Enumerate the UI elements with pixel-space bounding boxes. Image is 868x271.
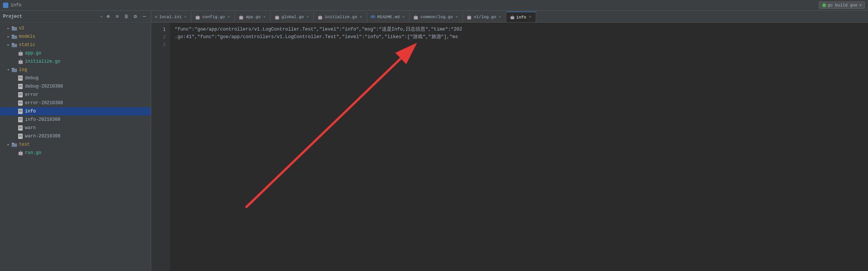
settings-icon[interactable]: ⚙ (132, 13, 139, 20)
item-label-run-go: run.go (25, 150, 41, 156)
svg-rect-0 (3, 3, 8, 8)
go-build-label: go build goe (828, 3, 857, 8)
sidebar-item-run-go[interactable]: 🤖 run.go (0, 149, 151, 157)
item-label-app-go: app.go (25, 51, 41, 56)
code-content[interactable]: "func":"goe/app/controllers/v1.LogContro… (170, 23, 868, 271)
svg-rect-2 (12, 26, 14, 28)
tab-local-ini[interactable]: ≡ local.ini × (151, 12, 191, 22)
sidebar-item-static[interactable]: static (0, 41, 151, 49)
svg-rect-37 (18, 134, 23, 139)
tab-close-config-go[interactable]: × (227, 15, 231, 20)
sidebar-item-info[interactable]: info (0, 107, 151, 115)
leaf-run-go (12, 151, 17, 155)
svg-rect-5 (12, 44, 17, 47)
go-build-button[interactable]: go build goe ▾ (819, 2, 865, 9)
dropdown-arrow: ▾ (859, 3, 862, 8)
svg-rect-6 (12, 43, 14, 44)
folder-icon-v2 (11, 25, 17, 31)
sidebar-item-log[interactable]: log (0, 66, 151, 74)
leaf-error (12, 92, 17, 97)
sidebar-tree: v2 models static 🤖 (0, 23, 151, 271)
tab-initialize-go[interactable]: 🤖 initialize.go × (314, 12, 367, 22)
tab-icon-config-go: 🤖 (195, 15, 200, 20)
sidebar-item-test[interactable]: test (0, 140, 151, 149)
tab-label-global-go: global.go (282, 15, 304, 19)
tab-close-initialize-go[interactable]: × (359, 15, 363, 20)
tab-app-go[interactable]: 🤖 app.go × (235, 12, 271, 22)
tab-common-log-go[interactable]: 🤖 common/log.go × (409, 12, 463, 22)
tab-icon-app-go: 🤖 (239, 15, 244, 20)
item-label-debug-20210308: debug-20210308 (25, 84, 63, 89)
tab-close-global-go[interactable]: × (306, 15, 310, 20)
tab-icon-local-ini: ≡ (155, 15, 157, 19)
minimize-icon[interactable]: ─ (141, 13, 148, 20)
tab-close-app-go[interactable]: × (263, 15, 267, 20)
text-icon-debug (17, 75, 23, 81)
sidebar-item-v2[interactable]: v2 (0, 24, 151, 32)
go-icon-run: 🤖 (17, 150, 23, 156)
text-icon-info (17, 108, 23, 114)
leaf-info-date (12, 117, 17, 122)
tab-label-readme-md: README.md (377, 15, 400, 19)
sidebar-item-app-go[interactable]: 🤖 app.go (0, 49, 151, 57)
leaf-debug (12, 76, 17, 80)
svg-rect-8 (12, 68, 14, 69)
folder-icon-static (11, 42, 17, 48)
folder-icon-models (11, 34, 17, 40)
line-number-2: 2 (151, 33, 170, 41)
run-icon (822, 3, 826, 7)
sidebar-item-warn-20210308[interactable]: warn-20210308 (0, 132, 151, 140)
sidebar-item-initialize-go[interactable]: 🤖 initialize.go (0, 57, 151, 66)
svg-rect-21 (18, 100, 23, 106)
item-label-v2: v2 (19, 26, 24, 31)
svg-rect-1 (12, 27, 17, 31)
title-bar-left: info (3, 3, 22, 8)
sidebar-item-debug-20210308[interactable]: debug-20210308 (0, 82, 151, 91)
item-label-initialize-go: initialize.go (25, 59, 60, 64)
tab-info[interactable]: 🤖 info × (506, 12, 536, 22)
sidebar-title: Project (3, 14, 98, 19)
sidebar-item-debug[interactable]: debug (0, 74, 151, 82)
tab-close-readme-md[interactable]: × (401, 15, 405, 20)
tab-close-common-log-go[interactable]: × (455, 15, 459, 20)
editor-wrapper: 1 2 3 "func":"goe/app/controllers/v1.Log… (151, 23, 868, 271)
sidebar-item-error[interactable]: error (0, 91, 151, 99)
tab-close-v1-log-go[interactable]: × (498, 15, 502, 20)
title-text: info (11, 3, 22, 8)
collapse-dirs-icon[interactable]: ≣ (123, 13, 130, 20)
leaf-info (12, 109, 17, 114)
sidebar-item-warn[interactable]: warn (0, 124, 151, 132)
tab-label-common-log-go: common/log.go (420, 15, 453, 19)
svg-rect-25 (18, 109, 23, 114)
tab-global-go[interactable]: 🤖 global.go × (271, 12, 314, 22)
folder-icon-log (11, 67, 17, 73)
tab-v1-log-go[interactable]: 🤖 v1/log.go × (463, 12, 506, 22)
tab-icon-v1-log-go: 🤖 (467, 15, 472, 20)
line-numbers: 1 2 3 (151, 23, 170, 271)
sidebar-item-error-20210308[interactable]: error-20210308 (0, 99, 151, 107)
tab-readme-md[interactable]: MD README.md × (367, 12, 409, 22)
code-line-1: "func":"goe/app/controllers/v1.LogContro… (175, 26, 863, 33)
leaf-initialize-go (12, 59, 17, 64)
sidebar-item-models[interactable]: models (0, 32, 151, 41)
item-label-warn: warn (25, 125, 36, 131)
arrow-models (6, 34, 11, 39)
tab-config-go[interactable]: 🤖 config.go × (191, 12, 234, 22)
arrow-static (6, 43, 11, 47)
go-icon-app: 🤖 (17, 50, 23, 56)
go-icon-initialize: 🤖 (17, 59, 23, 65)
item-label-static: static (19, 42, 35, 48)
expand-all-icon[interactable]: ⊕ (105, 13, 112, 20)
item-label-info-20210308: info-20210308 (25, 117, 60, 122)
item-label-warn-20210308: warn-20210308 (25, 134, 60, 139)
arrow-log (6, 68, 11, 72)
svg-rect-17 (18, 92, 23, 97)
tab-icon-readme-md: MD (371, 15, 375, 19)
tab-label-v1-log-go: v1/log.go (474, 15, 496, 19)
tab-icon-info: 🤖 (510, 15, 515, 20)
collapse-all-icon[interactable]: ≡ (114, 13, 121, 20)
text-icon-warn-date (17, 133, 23, 139)
tab-close-info[interactable]: × (528, 15, 532, 20)
sidebar-item-info-20210308[interactable]: info-20210308 (0, 115, 151, 124)
tab-close-local-ini[interactable]: × (183, 15, 187, 20)
